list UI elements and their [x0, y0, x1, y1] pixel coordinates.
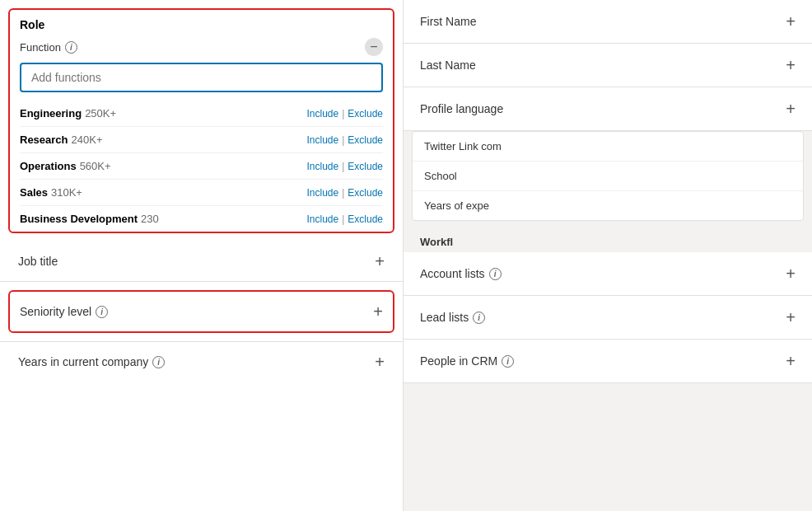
function-name-sales: Sales310K+: [20, 186, 82, 199]
profile-language-row[interactable]: Profile language +: [404, 87, 812, 131]
lead-lists-plus-button[interactable]: +: [786, 309, 796, 326]
include-operations-link[interactable]: Include: [306, 161, 338, 172]
first-name-label: First Name: [420, 15, 476, 28]
include-exclude-engineering: Include | Exclude: [306, 108, 383, 120]
include-engineering-link[interactable]: Include: [306, 108, 338, 120]
school-item[interactable]: School: [413, 162, 803, 191]
people-in-crm-info-icon[interactable]: i: [502, 355, 514, 368]
include-exclude-research: Include | Exclude: [306, 134, 383, 146]
include-bizdev-link[interactable]: Include: [306, 213, 338, 225]
include-research-link[interactable]: Include: [306, 134, 338, 146]
exclude-bizdev-link[interactable]: Exclude: [348, 213, 383, 225]
role-section: Role Function i − Engineering250K+ Inclu…: [8, 8, 394, 233]
job-title-row[interactable]: Job title +: [0, 241, 403, 282]
function-label: Function i: [20, 41, 77, 54]
job-title-label: Job title: [18, 255, 58, 268]
list-item: Engineering250K+ Include | Exclude: [20, 101, 383, 127]
seniority-label: Seniority level i: [20, 305, 108, 318]
function-name-engineering: Engineering250K+: [20, 107, 116, 120]
people-in-crm-row[interactable]: People in CRM i +: [404, 340, 812, 383]
first-name-row[interactable]: First Name +: [404, 0, 812, 44]
account-lists-label: Account lists: [420, 267, 485, 280]
function-name-bizdev: Business Development230: [20, 213, 159, 225]
function-name-research: Research240K+: [20, 134, 103, 146]
people-in-crm-plus-button[interactable]: +: [786, 353, 796, 369]
include-exclude-sales: Include | Exclude: [306, 187, 383, 199]
account-lists-plus-button[interactable]: +: [786, 265, 796, 282]
function-info-icon[interactable]: i: [65, 41, 77, 54]
include-exclude-bizdev: Include | Exclude: [306, 213, 383, 225]
role-title: Role: [20, 18, 383, 31]
last-name-label: Last Name: [420, 59, 476, 72]
account-lists-label-container: Account lists i: [420, 267, 502, 280]
lead-lists-info-icon[interactable]: i: [473, 312, 485, 324]
right-panel: First Name + Last Name + Profile languag…: [404, 0, 812, 511]
include-exclude-operations: Include | Exclude: [306, 161, 383, 172]
years-in-company-row[interactable]: Years in current company i +: [0, 341, 403, 382]
years-info-icon[interactable]: i: [152, 356, 165, 368]
lead-lists-label-container: Lead lists i: [420, 311, 485, 324]
people-in-crm-label-container: People in CRM i: [420, 354, 514, 368]
function-list: Engineering250K+ Include | Exclude Resea…: [20, 101, 383, 232]
seniority-info-icon[interactable]: i: [96, 306, 108, 318]
exclude-sales-link[interactable]: Exclude: [348, 187, 383, 199]
function-label-text: Function: [20, 41, 61, 54]
list-item: Business Development230 Include | Exclud…: [20, 206, 383, 232]
years-in-company-label: Years in current company i: [18, 355, 165, 368]
seniority-label-text: Seniority level: [20, 305, 91, 318]
people-in-crm-label: People in CRM: [420, 354, 497, 368]
workflow-section: Workfl Account lists i + Lead lists i + …: [404, 227, 812, 383]
years-plus-button[interactable]: +: [375, 354, 385, 370]
list-item: Operations560K+ Include | Exclude: [20, 153, 383, 180]
last-name-plus-button[interactable]: +: [786, 57, 796, 73]
function-header: Function i −: [20, 38, 383, 56]
twitter-link-item[interactable]: Twitter Link com: [413, 132, 803, 162]
include-sales-link[interactable]: Include: [306, 187, 338, 199]
function-name-operations: Operations560K+: [20, 160, 111, 172]
exclude-research-link[interactable]: Exclude: [348, 134, 383, 146]
profile-language-label: Profile language: [420, 102, 503, 115]
seniority-row[interactable]: Seniority level i +: [10, 292, 393, 331]
list-item: Research240K+ Include | Exclude: [20, 127, 383, 153]
dropdown-partial: Twitter Link com School Years of expe: [412, 131, 804, 221]
list-item: Sales310K+ Include | Exclude: [20, 180, 383, 206]
workflow-label: Workfl: [404, 227, 812, 252]
function-minus-button[interactable]: −: [365, 38, 383, 56]
account-lists-info-icon[interactable]: i: [489, 268, 502, 280]
lead-lists-label: Lead lists: [420, 311, 469, 324]
account-lists-row[interactable]: Account lists i +: [404, 252, 812, 296]
profile-language-plus-button[interactable]: +: [786, 101, 796, 117]
seniority-plus-button[interactable]: +: [373, 303, 383, 320]
last-name-row[interactable]: Last Name +: [404, 44, 812, 87]
first-name-plus-button[interactable]: +: [786, 13, 796, 30]
exclude-engineering-link[interactable]: Exclude: [348, 108, 383, 120]
pipe-divider: |: [342, 108, 344, 120]
job-title-plus-button[interactable]: +: [375, 253, 385, 270]
add-functions-input[interactable]: [20, 63, 383, 92]
exclude-operations-link[interactable]: Exclude: [348, 161, 383, 172]
lead-lists-row[interactable]: Lead lists i +: [404, 296, 812, 340]
years-exp-item[interactable]: Years of expe: [413, 191, 803, 220]
seniority-section: Seniority level i +: [8, 290, 394, 333]
